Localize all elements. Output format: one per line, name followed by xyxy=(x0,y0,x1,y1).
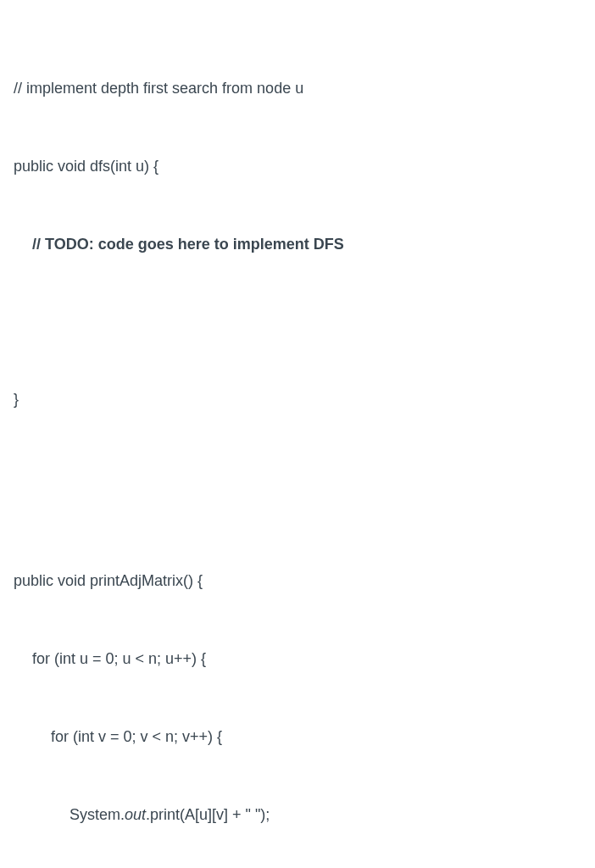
code-line: public void dfs(int u) { xyxy=(14,153,581,180)
code-line: for (int u = 0; u < n; u++) { xyxy=(14,646,581,672)
code-line: System.out.print(A[u][v] + " "); xyxy=(14,802,581,828)
code-line: public void printAdjMatrix() { xyxy=(14,568,581,594)
code-line: } xyxy=(14,387,581,413)
blank-line xyxy=(14,309,581,336)
code-line-todo: // TODO: code goes here to implement DFS xyxy=(14,231,581,258)
code-block: // implement depth first search from nod… xyxy=(14,24,581,868)
code-line: for (int v = 0; v < n; v++) { xyxy=(14,724,581,750)
code-line: // implement depth first search from nod… xyxy=(14,75,581,102)
